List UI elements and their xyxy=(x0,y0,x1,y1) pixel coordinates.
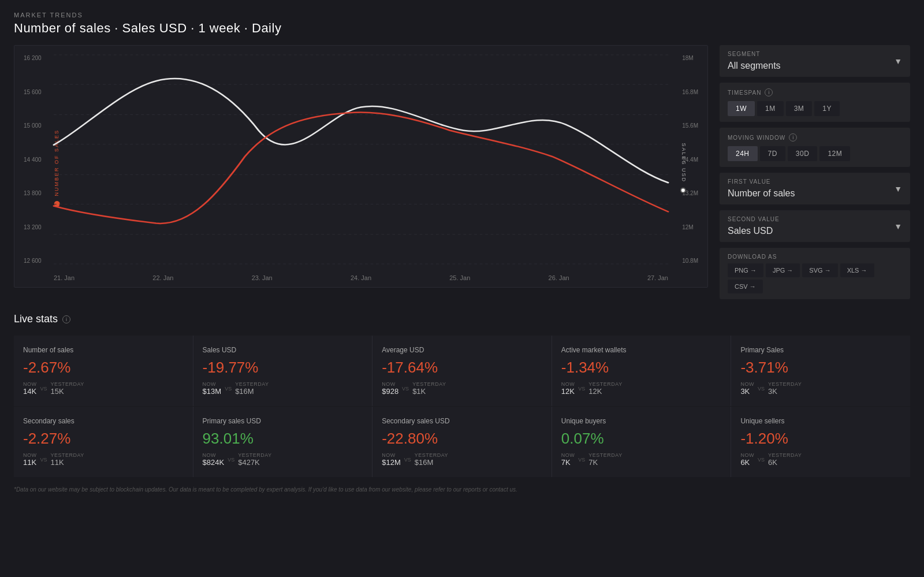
stat-name-0: Number of sales xyxy=(23,346,184,354)
moving-window-label: MOVING WINDOW xyxy=(728,135,785,141)
footnote: *Data on our website may be subject to b… xyxy=(14,486,910,493)
second-value-label: Second value xyxy=(728,216,780,222)
stat-name-7: Secondary sales USD xyxy=(382,417,542,425)
stat-name-8: Unique buyers xyxy=(561,417,722,425)
download-card: DOWNLOAD AS PNG → JPG → SVG → XLS → CSV … xyxy=(720,248,910,299)
stat-now-yesterday-5: NOW 11K VS YESTERDAY 11K xyxy=(23,452,184,467)
stat-now-yesterday-9: NOW 6K VS YESTERDAY 6K xyxy=(740,452,901,467)
stat-now-yesterday-6: NOW $824K VS YESTERDAY $427K xyxy=(203,452,363,467)
timespan-info-icon[interactable]: i xyxy=(765,88,773,96)
page-title: Number of sales · Sales USD · 1 week · D… xyxy=(14,21,910,36)
stat-card-number-of-sales: Number of sales -2.67% NOW 14K VS YESTER… xyxy=(14,336,193,406)
stat-card-unique-buyers: Unique buyers 0.07% NOW 7K VS YESTERDAY … xyxy=(552,407,731,477)
moving-window-btn-group: 24H 7D 30D 12M xyxy=(728,146,902,161)
stat-name-3: Active market wallets xyxy=(561,346,722,354)
stat-now-yesterday-3: NOW 12K VS YESTERDAY 12K xyxy=(561,381,722,396)
y-right-label: SALES USD xyxy=(680,143,687,193)
stat-card-primary-sales-usd: Primary sales USD 93.01% NOW $824K VS YE… xyxy=(193,407,372,477)
chart-wrapper: 16 200 15 600 15 000 14 400 13 800 13 20… xyxy=(14,45,708,288)
chart-area: 16 200 15 600 15 000 14 400 13 800 13 20… xyxy=(24,55,698,281)
stat-name-5: Secondary sales xyxy=(23,417,184,425)
stat-card-secondary-sales-usd: Secondary sales USD -22.80% NOW $12M VS … xyxy=(372,407,552,477)
download-svg-btn[interactable]: SVG → xyxy=(802,263,837,277)
segment-dropdown[interactable]: Segment All segments ▼ xyxy=(720,45,910,77)
stat-card-average-usd: Average USD -17.64% NOW $928 VS YESTERDA… xyxy=(372,336,552,406)
stat-now-yesterday-4: NOW 3K VS YESTERDAY 3K xyxy=(740,381,901,396)
segment-value: All segments xyxy=(728,61,781,71)
moving-window-card: MOVING WINDOW i 24H 7D 30D 12M xyxy=(720,128,910,167)
download-btn-group: PNG → JPG → SVG → XLS → CSV → xyxy=(728,263,902,293)
live-stats-header: Live stats i xyxy=(14,313,910,325)
second-value-dropdown[interactable]: Second value Sales USD ▼ xyxy=(720,210,910,242)
stat-now-yesterday-7: NOW $12M VS YESTERDAY $16M xyxy=(382,452,542,467)
stat-now-yesterday-8: NOW 7K VS YESTERDAY 7K xyxy=(561,452,722,467)
main-content: 16 200 15 600 15 000 14 400 13 800 13 20… xyxy=(14,45,910,299)
stat-percent-3: -1.34% xyxy=(561,359,722,377)
stat-name-1: Sales USD xyxy=(203,346,363,354)
download-jpg-btn[interactable]: JPG → xyxy=(766,263,800,277)
chart-section: 16 200 15 600 15 000 14 400 13 800 13 20… xyxy=(14,45,708,299)
timespan-btn-1y[interactable]: 1Y xyxy=(814,101,840,116)
second-value-dropdown-arrow: ▼ xyxy=(894,222,902,231)
first-value-label: First value xyxy=(728,178,795,185)
stat-card-primary-sales: Primary Sales -3.71% NOW 3K VS YESTERDAY… xyxy=(731,336,910,406)
moving-window-btn-24h[interactable]: 24H xyxy=(728,146,758,161)
stat-percent-0: -2.67% xyxy=(23,359,184,377)
stat-card-secondary-sales: Secondary sales -2.27% NOW 11K VS YESTER… xyxy=(14,407,193,477)
timespan-card: TIMESPAN i 1W 1M 3M 1Y xyxy=(720,83,910,122)
stat-percent-1: -19.77% xyxy=(203,359,363,377)
timespan-label: TIMESPAN xyxy=(728,90,761,96)
stat-name-9: Unique sellers xyxy=(740,417,901,425)
stat-percent-6: 93.01% xyxy=(203,430,363,448)
stat-percent-9: -1.20% xyxy=(740,430,901,448)
first-value-value: Number of sales xyxy=(728,188,795,199)
chart-plot xyxy=(54,55,668,264)
stat-percent-8: 0.07% xyxy=(561,430,722,448)
moving-window-btn-12m[interactable]: 12M xyxy=(819,146,850,161)
header: MARKET TRENDS Number of sales · Sales US… xyxy=(14,12,910,36)
stat-now-yesterday-1: NOW $13M VS YESTERDAY $16M xyxy=(203,381,363,396)
stat-percent-4: -3.71% xyxy=(740,359,901,377)
second-value-value: Sales USD xyxy=(728,226,780,236)
download-csv-btn[interactable]: CSV → xyxy=(728,280,763,293)
stat-name-4: Primary Sales xyxy=(740,346,901,354)
timespan-btn-1w[interactable]: 1W xyxy=(728,101,755,116)
right-panel: Segment All segments ▼ TIMESPAN i 1W 1M … xyxy=(720,45,910,299)
stat-percent-5: -2.27% xyxy=(23,430,184,448)
download-png-btn[interactable]: PNG → xyxy=(728,263,763,277)
first-value-dropdown[interactable]: First value Number of sales ▼ xyxy=(720,173,910,204)
timespan-btn-1m[interactable]: 1M xyxy=(757,101,784,116)
y-axis-left: 16 200 15 600 15 000 14 400 13 800 13 20… xyxy=(24,55,46,264)
moving-window-info-icon[interactable]: i xyxy=(789,133,797,142)
stat-now-yesterday-2: NOW $928 VS YESTERDAY $1K xyxy=(382,381,542,396)
stat-name-2: Average USD xyxy=(382,346,542,354)
download-label: DOWNLOAD AS xyxy=(728,254,902,260)
live-stats-section: Live stats i Number of sales -2.67% NOW … xyxy=(14,313,910,493)
stat-card-active-wallets: Active market wallets -1.34% NOW 12K VS … xyxy=(552,336,731,406)
moving-window-btn-7d[interactable]: 7D xyxy=(760,146,785,161)
timespan-btn-3m[interactable]: 3M xyxy=(786,101,813,116)
stat-percent-2: -17.64% xyxy=(382,359,542,377)
stats-grid-row1: Number of sales -2.67% NOW 14K VS YESTER… xyxy=(14,336,910,406)
segment-dropdown-arrow: ▼ xyxy=(894,57,902,66)
stat-name-6: Primary sales USD xyxy=(203,417,363,425)
first-value-dropdown-arrow: ▼ xyxy=(894,184,902,193)
segment-label: Segment xyxy=(728,51,781,57)
market-trends-label: MARKET TRENDS xyxy=(14,12,910,18)
timespan-btn-group: 1W 1M 3M 1Y xyxy=(728,101,902,116)
stat-now-yesterday-0: NOW 14K VS YESTERDAY 15K xyxy=(23,381,184,396)
download-xls-btn[interactable]: XLS → xyxy=(840,263,874,277)
stat-card-sales-usd: Sales USD -19.77% NOW $13M VS YESTERDAY … xyxy=(193,336,372,406)
x-axis: 21. Jan 22. Jan 23. Jan 24. Jan 25. Jan … xyxy=(54,270,668,281)
stat-card-unique-sellers: Unique sellers -1.20% NOW 6K VS YESTERDA… xyxy=(731,407,910,477)
stats-grid-row2: Secondary sales -2.27% NOW 11K VS YESTER… xyxy=(14,407,910,477)
moving-window-btn-30d[interactable]: 30D xyxy=(788,146,818,161)
stat-percent-7: -22.80% xyxy=(382,430,542,448)
live-stats-info-icon[interactable]: i xyxy=(62,315,70,323)
live-stats-title: Live stats xyxy=(14,313,58,325)
